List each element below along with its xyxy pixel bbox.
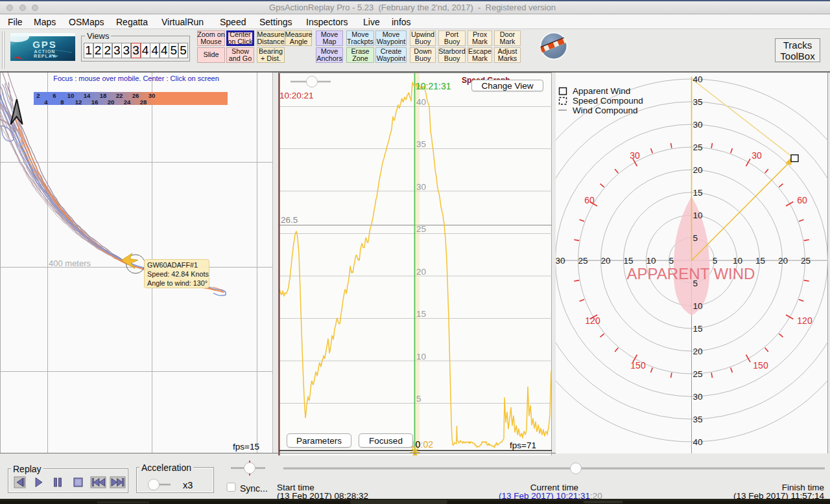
svg-text:40: 40 [416,97,426,107]
svg-text:5: 5 [693,279,698,288]
svg-text:10: 10 [693,301,703,311]
svg-text:16: 16 [91,98,99,106]
svg-text:15: 15 [693,188,703,198]
svg-text:30: 30 [416,182,426,192]
svg-text:20: 20 [416,267,426,277]
svg-text:fps=15: fps=15 [233,442,259,452]
svg-text:15: 15 [755,256,765,266]
svg-text:Speed: 42.84 Knots: Speed: 42.84 Knots [147,270,209,278]
svg-text:30: 30 [630,150,640,161]
svg-text:10:20:21: 10:20:21 [279,91,314,100]
svg-text:20: 20 [693,347,703,356]
svg-text:30: 30 [693,392,703,402]
svg-text:25: 25 [416,224,426,234]
svg-text:20: 20 [778,256,788,266]
svg-text:20: 20 [601,256,611,266]
svg-text:30: 30 [693,120,703,130]
svg-text:Angle to wind: 130°: Angle to wind: 130° [147,279,208,287]
svg-text:APPARENT WIND: APPARENT WIND [627,265,755,282]
svg-text:150: 150 [630,360,646,371]
svg-text:18: 18 [100,92,107,99]
svg-text:28: 28 [140,98,147,106]
svg-text:2: 2 [36,92,40,99]
svg-text:10:02: 10:02 [410,439,433,450]
svg-text:15: 15 [416,309,426,319]
svg-text:120: 120 [797,315,812,326]
svg-text:x3: x3 [183,480,193,490]
svg-text:14: 14 [84,92,91,99]
svg-text:120: 120 [585,315,600,326]
svg-text:Wind Compound: Wind Compound [573,106,638,115]
svg-text:Apparent Wind: Apparent Wind [573,86,630,96]
svg-text:24: 24 [124,98,131,106]
svg-text:15: 15 [624,256,634,266]
svg-text:150: 150 [753,360,768,371]
svg-text:40: 40 [693,437,703,447]
svg-text:12: 12 [75,98,82,106]
svg-text:10: 10 [646,256,656,266]
svg-text:26: 26 [132,92,139,99]
svg-text:ACTION: ACTION [34,49,56,54]
svg-text:25: 25 [801,256,811,266]
svg-text:Speed Compound: Speed Compound [573,96,643,106]
svg-text:30: 30 [752,150,762,161]
svg-text:400 meters: 400 meters [49,258,91,268]
svg-text:10: 10 [733,256,742,266]
svg-text:fps=71: fps=71 [510,441,536,450]
svg-text:10: 10 [416,352,426,361]
svg-text:60: 60 [584,195,595,205]
svg-text:REPLAY: REPLAY [34,54,56,58]
svg-text:5: 5 [416,394,421,404]
svg-text:40: 40 [693,74,703,84]
svg-text:0: 0 [416,439,421,450]
svg-text:26.5: 26.5 [281,215,298,225]
svg-text:35: 35 [416,139,426,149]
svg-text:5: 5 [669,256,674,266]
svg-text:25: 25 [578,256,588,266]
svg-text:30: 30 [148,92,156,99]
svg-text:35: 35 [693,97,703,107]
svg-text:5: 5 [713,256,718,266]
svg-text:10: 10 [693,211,703,220]
svg-text:4: 4 [44,98,48,106]
svg-text:30: 30 [556,256,565,266]
svg-text:10: 10 [67,92,75,99]
svg-text:Focus : mouse over mobile. Cen: Focus : mouse over mobile. Center : Clic… [53,74,219,82]
svg-text:5: 5 [693,233,698,243]
svg-text:15: 15 [693,324,703,334]
svg-text:22: 22 [116,92,123,99]
svg-text:20: 20 [108,98,115,106]
svg-text:35: 35 [693,415,703,424]
svg-text:GPS: GPS [32,39,57,50]
svg-text:GW60ADAFF#1: GW60ADAFF#1 [147,261,198,269]
svg-text:8: 8 [60,98,64,106]
svg-text:6: 6 [53,92,56,99]
svg-text:20: 20 [693,165,703,175]
svg-text:60: 60 [797,195,807,205]
svg-text:25: 25 [693,369,703,379]
svg-text:10:21:31: 10:21:31 [416,81,451,91]
svg-text:25: 25 [693,143,703,152]
